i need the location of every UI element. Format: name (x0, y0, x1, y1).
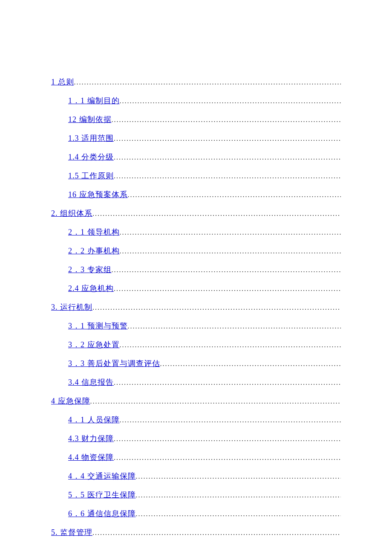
toc-link[interactable]: 2．3 专家组 (68, 264, 112, 275)
toc-entry: 3．2 应急处置 (68, 340, 341, 350)
toc-entry: 3. 运行机制 (51, 302, 341, 312)
toc-entry: 1.4 分类分级 (68, 152, 341, 162)
toc-leader (112, 116, 341, 124)
toc-link[interactable]: 1.3 适用范围 (68, 133, 114, 143)
toc-leader (120, 229, 341, 236)
toc-leader (114, 435, 341, 443)
toc-entry: 16 应急预案体系 (68, 189, 341, 200)
toc-link[interactable]: 5. 监督管理 (51, 527, 92, 538)
toc-leader (136, 491, 341, 499)
toc-leader (114, 172, 341, 180)
toc-leader (120, 341, 341, 349)
toc-leader (128, 323, 341, 330)
toc-entry: 2．1 领导机构 (68, 227, 341, 237)
toc-entry: 3．3 善后处置与调查评估 (68, 358, 341, 369)
toc-link[interactable]: 4 应急保障 (51, 396, 90, 406)
toc-link[interactable]: 3.4 信息报告 (68, 377, 114, 387)
toc-entry: 6．6 通信信息保障 (68, 509, 341, 519)
toc-entry: 3.4 信息报告 (68, 377, 341, 387)
toc-leader (120, 416, 341, 424)
toc-link[interactable]: 2．2 办事机构 (68, 246, 120, 256)
toc-link[interactable]: 3．1 预测与预警 (68, 321, 128, 331)
toc-link[interactable]: 6．6 通信信息保障 (68, 509, 136, 519)
toc-entry: 3．1 预测与预警 (68, 321, 341, 331)
toc-leader (136, 473, 341, 480)
toc-link[interactable]: 4.3 财力保障 (68, 433, 114, 444)
toc-leader (114, 135, 341, 142)
toc-entry: 4．1 人员保障 (68, 415, 341, 425)
toc-link[interactable]: 4．1 人员保障 (68, 415, 120, 425)
toc-leader (128, 191, 341, 199)
toc-leader (114, 154, 341, 161)
toc-leader (92, 210, 341, 218)
toc-leader (114, 454, 341, 462)
table-of-contents: 1 总则 1．1 编制目的 12 编制依据 1.3 适用范围 1.4 分类分级 … (51, 77, 341, 538)
toc-link[interactable]: 4.4 物资保障 (68, 452, 114, 462)
toc-link[interactable]: 3. 运行机制 (51, 302, 92, 312)
toc-leader (74, 78, 341, 86)
toc-leader (160, 360, 341, 368)
toc-link[interactable]: 1 总则 (51, 77, 74, 87)
toc-link[interactable]: 2.4 应急机构 (68, 283, 114, 293)
toc-leader (90, 398, 341, 405)
toc-link[interactable]: 3．2 应急处置 (68, 340, 120, 350)
toc-leader (114, 285, 341, 293)
toc-entry: 12 编制依据 (68, 114, 341, 125)
toc-entry: 2．2 办事机构 (68, 246, 341, 256)
toc-link[interactable]: 2. 组织体系 (51, 208, 92, 218)
toc-entry: 5．5 医疗卫生保障 (68, 490, 341, 500)
toc-entry: 2.4 应急机构 (68, 283, 341, 293)
toc-link[interactable]: 1.5 工作原则 (68, 171, 114, 181)
toc-leader (92, 304, 341, 311)
toc-link[interactable]: 1.4 分类分级 (68, 152, 114, 162)
toc-entry: 1 总则 (51, 77, 341, 87)
toc-entry: 2. 组织体系 (51, 208, 341, 218)
toc-link[interactable]: 2．1 领导机构 (68, 227, 120, 237)
toc-link[interactable]: 3．3 善后处置与调查评估 (68, 358, 160, 369)
toc-entry: 4.4 物资保障 (68, 452, 341, 462)
toc-link[interactable]: 4．4 交通运输保障 (68, 471, 136, 481)
toc-leader (120, 247, 341, 255)
toc-entry: 1.5 工作原则 (68, 171, 341, 181)
toc-entry: 1．1 编制目的 (68, 96, 341, 106)
toc-entry: 4．4 交通运输保障 (68, 471, 341, 481)
toc-entry: 4.3 财力保障 (68, 433, 341, 444)
toc-entry: 4 应急保障 (51, 396, 341, 406)
toc-link[interactable]: 1．1 编制目的 (68, 96, 120, 106)
toc-entry: 5. 监督管理 (51, 527, 341, 538)
toc-leader (136, 510, 341, 518)
toc-leader (120, 97, 341, 105)
toc-link[interactable]: 5．5 医疗卫生保障 (68, 490, 136, 500)
toc-link[interactable]: 16 应急预案体系 (68, 189, 128, 200)
toc-entry: 1.3 适用范围 (68, 133, 341, 143)
toc-leader (92, 529, 341, 537)
toc-leader (114, 379, 341, 386)
toc-entry: 2．3 专家组 (68, 264, 341, 275)
toc-link[interactable]: 12 编制依据 (68, 114, 112, 125)
toc-leader (112, 266, 341, 274)
